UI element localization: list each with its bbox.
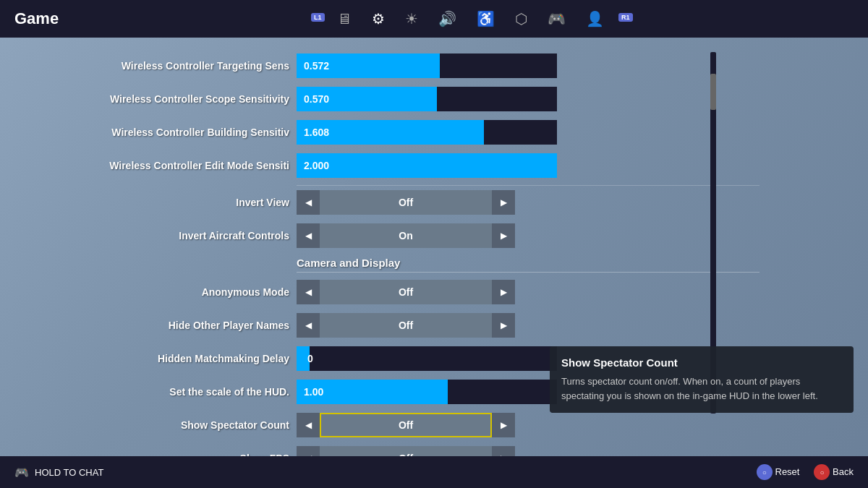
reset-group: ○ Reset — [757, 464, 800, 480]
main-content: Wireless Controller Targeting Sens 0.572… — [0, 38, 868, 456]
nav-icon-settings[interactable]: ⚙ — [372, 10, 385, 27]
show-fps-right-btn[interactable]: ▶ — [492, 446, 515, 456]
show-spectator-count-row: Show Spectator Count ◀ Off ▶ — [87, 411, 637, 439]
show-fps-row: Show FPS ◀ Off ▶ — [87, 445, 637, 456]
anonymous-mode-value[interactable]: Off — [320, 280, 492, 304]
anonymous-mode-label: Anonymous Mode — [87, 286, 289, 298]
hide-player-names-left-btn[interactable]: ◀ — [297, 313, 320, 338]
invert-aircraft-row: Invert Aircraft Controls ◀ On ▶ — [87, 222, 637, 249]
hide-player-names-row: Hide Other Player Names ◀ Off ▶ — [87, 312, 637, 339]
bottom-bar: 🎮 HOLD TO CHAT ○ Reset ○ Back — [0, 456, 868, 488]
edit-mode-sens-value: 2.000 — [304, 160, 329, 171]
edit-mode-sens-row: Wireless Controller Edit Mode Sensiti 2.… — [87, 152, 637, 179]
show-spectator-count-value[interactable]: Off — [320, 413, 492, 437]
hud-scale-label: Set the scale of the HUD. — [87, 386, 289, 398]
matchmaking-delay-slider[interactable]: 0 — [297, 346, 557, 371]
scope-sens-fill: 0.570 — [297, 87, 437, 111]
targeting-sens-fill: 0.572 — [297, 53, 440, 78]
controller-icon: 🎮 — [14, 466, 29, 479]
targeting-sens-slider[interactable]: 0.572 — [297, 53, 557, 78]
show-spectator-count-right-btn[interactable]: ▶ — [492, 413, 515, 437]
building-sens-label: Wireless Controller Building Sensitiv — [87, 127, 289, 138]
scope-sens-label: Wireless Controller Scope Sensitivity — [87, 93, 289, 105]
invert-aircraft-right-btn[interactable]: ▶ — [492, 223, 515, 248]
divider-1 — [297, 185, 760, 186]
targeting-sens-value: 0.572 — [304, 60, 329, 72]
hold-to-chat-label: HOLD TO CHAT — [35, 467, 103, 478]
invert-view-value[interactable]: Off — [320, 190, 492, 215]
nav-icon-audio[interactable]: 🔊 — [438, 10, 456, 27]
hide-player-names-label: Hide Other Player Names — [87, 320, 289, 331]
matchmaking-delay-value: 0 — [304, 353, 313, 364]
tooltip-title: Show Spectator Count — [561, 356, 842, 369]
reset-label[interactable]: Reset — [775, 466, 800, 477]
back-group: ○ Back — [814, 464, 854, 480]
targeting-sens-row: Wireless Controller Targeting Sens 0.572 — [87, 52, 637, 80]
back-btn-icon: ○ — [814, 464, 830, 480]
edit-mode-sens-label: Wireless Controller Edit Mode Sensiti — [87, 160, 289, 171]
nav-icon-monitor[interactable]: 🖥 — [337, 11, 352, 27]
anonymous-mode-row: Anonymous Mode ◀ Off ▶ — [87, 278, 637, 306]
tooltip-description: Turns spectator count on/off. When on, a… — [561, 374, 842, 403]
hide-player-names-right-btn[interactable]: ▶ — [492, 313, 515, 338]
building-sens-fill: 1.608 — [297, 120, 484, 145]
invert-view-left-btn[interactable]: ◀ — [297, 190, 320, 215]
invert-view-label: Invert View — [87, 197, 289, 208]
hud-scale-value: 1.00 — [304, 386, 323, 398]
invert-view-right-btn[interactable]: ▶ — [492, 190, 515, 215]
scrollbar-thumb[interactable] — [710, 74, 716, 110]
nav-icon-accessibility[interactable]: ♿ — [477, 10, 495, 27]
back-label[interactable]: Back — [833, 466, 854, 477]
building-sens-value: 1.608 — [304, 127, 329, 138]
scope-sens-slider[interactable]: 0.570 — [297, 87, 557, 111]
show-spectator-count-label: Show Spectator Count — [87, 419, 289, 431]
nav-icon-controller[interactable]: 🎮 — [548, 10, 566, 27]
bottom-left-controls: 🎮 HOLD TO CHAT — [14, 466, 103, 479]
show-fps-value[interactable]: Off — [320, 446, 492, 456]
page-title: Game — [14, 9, 59, 28]
scope-sens-value: 0.570 — [304, 93, 329, 105]
anonymous-mode-left-btn[interactable]: ◀ — [297, 280, 320, 304]
targeting-sens-label: Wireless Controller Targeting Sens — [87, 60, 289, 72]
building-sens-row: Wireless Controller Building Sensitiv 1.… — [87, 119, 637, 146]
matchmaking-delay-fill: 0 — [297, 346, 310, 371]
matchmaking-delay-label: Hidden Matchmaking Delay — [87, 353, 289, 364]
top-navigation: Game L1 🖥 ⚙ ☀ 🔊 ♿ ⬡ 🎮 👤 R1 — [0, 0, 868, 38]
hud-scale-slider[interactable]: 1.00 — [297, 380, 557, 404]
invert-view-row: Invert View ◀ Off ▶ — [87, 189, 637, 216]
show-spectator-count-left-btn[interactable]: ◀ — [297, 413, 320, 437]
nav-icon-profile[interactable]: 👤 — [586, 10, 604, 27]
hud-scale-fill: 1.00 — [297, 380, 448, 404]
invert-aircraft-left-btn[interactable]: ◀ — [297, 223, 320, 248]
hide-player-names-value[interactable]: Off — [320, 313, 492, 338]
building-sens-slider[interactable]: 1.608 — [297, 120, 557, 145]
bottom-right-controls: ○ Reset ○ Back — [757, 464, 854, 480]
camera-display-header: Camera and Display — [297, 257, 760, 273]
scope-sens-row: Wireless Controller Scope Sensitivity 0.… — [87, 85, 637, 113]
nav-icon-brightness[interactable]: ☀ — [405, 10, 418, 27]
edit-mode-sens-fill: 2.000 — [297, 153, 557, 178]
show-fps-left-btn[interactable]: ◀ — [297, 446, 320, 456]
reset-btn-icon: ○ — [757, 464, 773, 480]
invert-aircraft-label: Invert Aircraft Controls — [87, 230, 289, 241]
anonymous-mode-right-btn[interactable]: ▶ — [492, 280, 515, 304]
edit-mode-sens-slider[interactable]: 2.000 — [297, 153, 557, 178]
invert-aircraft-value[interactable]: On — [320, 223, 492, 248]
nav-icon-group: L1 🖥 ⚙ ☀ 🔊 ♿ ⬡ 🎮 👤 R1 — [88, 10, 854, 27]
tooltip-box: Show Spectator Count Turns spectator cou… — [550, 346, 854, 413]
nav-icon-network[interactable]: ⬡ — [515, 10, 527, 27]
